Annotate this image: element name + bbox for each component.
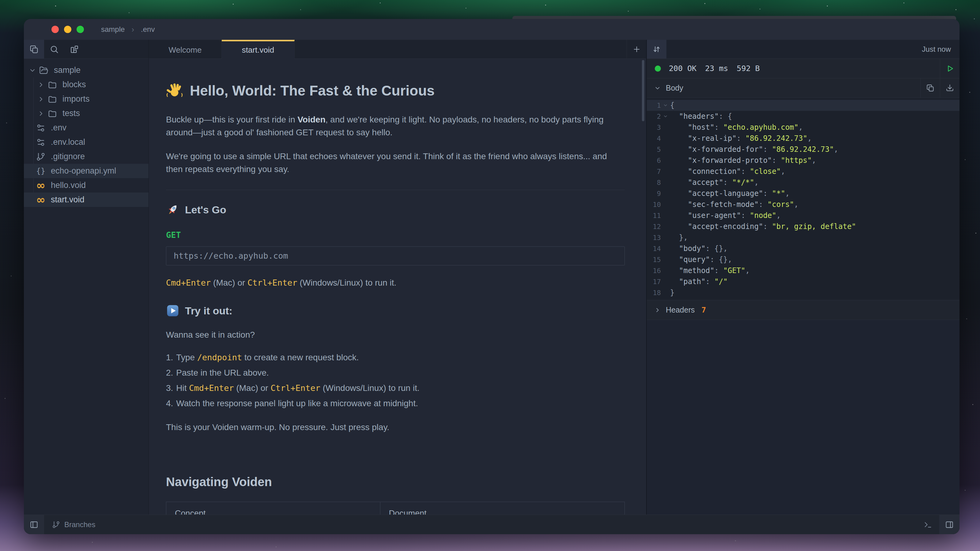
code-line-3: 3"host": "echo.apyhub.com", [647, 122, 959, 133]
chevron-right-icon[interactable] [37, 110, 45, 117]
chevron-right-icon[interactable] [37, 95, 45, 103]
fold-toggle-icon[interactable] [661, 114, 670, 119]
response-body-code[interactable]: 1{2"headers": {3"host": "echo.apyhub.com… [647, 98, 959, 300]
breadcrumb-chevron-icon: › [131, 25, 134, 34]
response-toolbar: Just now [647, 40, 959, 59]
tree-item-start-void[interactable]: ∞start.void [24, 192, 148, 207]
code-line-2: 2"headers": { [647, 111, 959, 122]
code-line-13: 13}, [647, 232, 959, 243]
text-run: Paste in the URL above. [176, 368, 269, 378]
step-text: Paste in the URL above. [176, 367, 269, 379]
terminal-button[interactable] [916, 515, 939, 534]
inline-code: /endpoint [197, 353, 242, 362]
code-line-6: 6"x-forwarded-proto": "https", [647, 155, 959, 166]
activity-blocks-button[interactable] [64, 40, 84, 59]
step-number: 3. [166, 382, 173, 395]
play-icon [946, 65, 954, 73]
chevron-right-icon[interactable] [37, 81, 45, 89]
minimize-window-button[interactable] [64, 26, 72, 33]
editor-scrollbar-thumb[interactable] [642, 60, 644, 121]
code-text: "body": {}, [670, 244, 728, 253]
tree-item-echo-openapi-yml[interactable]: {}echo-openapi.yml [24, 164, 148, 178]
copy-body-button[interactable] [920, 78, 940, 98]
body-section-header[interactable]: Body [647, 78, 959, 98]
breadcrumb-file[interactable]: .env [141, 25, 155, 34]
toggle-right-panel-button[interactable] [939, 515, 959, 534]
doc-title: Hello, World: The Fast & the Curious [166, 82, 625, 99]
tab-bar: Welcomestart.void [149, 40, 646, 59]
activity-files-button[interactable] [24, 40, 44, 59]
code-text: { [670, 101, 675, 110]
request-url-value: https://echo.apyhub.com [173, 249, 288, 262]
code-line-14: 14"body": {}, [647, 243, 959, 254]
tab-start-void[interactable]: start.void [222, 40, 294, 59]
waving-hand-emoji-icon [166, 82, 183, 99]
tabbar-spacer [294, 40, 627, 59]
code-line-9: 9"accept-language": "*", [647, 188, 959, 199]
document-editor[interactable]: Hello, World: The Fast & the Curious Buc… [149, 59, 646, 514]
step-text: Watch the response panel light up like a… [176, 397, 418, 410]
tree-item-label: blocks [62, 80, 86, 89]
code-line-8: 8"accept": "*/*", [647, 177, 959, 188]
status-ok-dot [655, 65, 661, 71]
tree-item-tests[interactable]: tests [24, 106, 148, 121]
tree-item-imports[interactable]: imports [24, 92, 148, 106]
play-button-emoji-icon [166, 304, 180, 318]
request-url-field[interactable]: https://echo.apyhub.com [166, 246, 625, 265]
breadcrumb-project[interactable]: sample [101, 25, 125, 34]
step-1: 1.Type /endpoint to create a new request… [166, 351, 625, 364]
activity-search-button[interactable] [44, 40, 64, 59]
step-number: 4. [166, 397, 173, 410]
traffic-lights [51, 26, 84, 33]
titlebar[interactable]: sample › .env [24, 19, 959, 40]
terminal-icon [924, 520, 932, 529]
step-text: Type /endpoint to create a new request b… [176, 351, 359, 364]
chevron-right-icon [654, 307, 661, 313]
line-number: 1 [647, 102, 661, 109]
code-text: "method": "GET", [670, 266, 750, 275]
files-icon [29, 45, 38, 54]
headers-section-header[interactable]: Headers 7 [647, 300, 959, 320]
tab-welcome[interactable]: Welcome [149, 40, 222, 59]
rocket-emoji-icon [166, 203, 180, 216]
file-tree: sampleblocksimportstests.env.env.local.g… [24, 59, 148, 514]
sidebar-left-icon [30, 520, 38, 529]
sort-arrows-icon [652, 45, 661, 54]
headers-section-label: Headers [666, 305, 695, 314]
run-request-button[interactable] [940, 59, 959, 78]
fold-toggle-icon[interactable] [661, 103, 670, 108]
line-number: 2 [647, 113, 661, 120]
download-body-button[interactable] [940, 78, 959, 98]
tree-item-sample[interactable]: sample [24, 63, 148, 78]
toggle-sidebar-button[interactable] [24, 515, 44, 534]
line-number: 4 [647, 135, 661, 142]
chevron-down-icon[interactable] [29, 67, 36, 74]
text-run: Type [176, 353, 197, 362]
code-text: "connection": "close", [670, 167, 785, 176]
zoom-window-button[interactable] [76, 26, 84, 33]
swap-panels-button[interactable] [647, 40, 667, 59]
line-number: 15 [647, 256, 661, 264]
chevron-down-icon [654, 85, 661, 92]
tree-item--gitignore[interactable]: .gitignore [24, 149, 148, 164]
status-bar: Branches [24, 514, 959, 534]
inline-code: Ctrl+Enter [270, 383, 320, 393]
close-window-button[interactable] [51, 26, 59, 33]
code-text: } [670, 288, 675, 297]
line-number: 8 [647, 179, 661, 186]
search-icon [49, 45, 59, 54]
braces-icon: {} [36, 167, 45, 176]
tree-item-label: sample [54, 65, 81, 75]
code-line-16: 16"method": "GET", [647, 265, 959, 276]
tree-item-hello-void[interactable]: ∞hello.void [24, 178, 148, 192]
text-run: (Mac) or [211, 278, 247, 287]
code-text: "x-forwarded-for": "86.92.242.73", [670, 145, 838, 154]
tree-item--env[interactable]: .env [24, 121, 148, 135]
tree-item-blocks[interactable]: blocks [24, 78, 148, 92]
tree-item--env-local[interactable]: .env.local [24, 135, 148, 149]
new-tab-button[interactable] [627, 40, 646, 59]
body-section-label: Body [666, 84, 683, 92]
code-text: "user-agent": "node", [670, 211, 781, 220]
branches-button[interactable]: Branches [52, 515, 95, 534]
code-line-15: 15"query": {}, [647, 254, 959, 265]
